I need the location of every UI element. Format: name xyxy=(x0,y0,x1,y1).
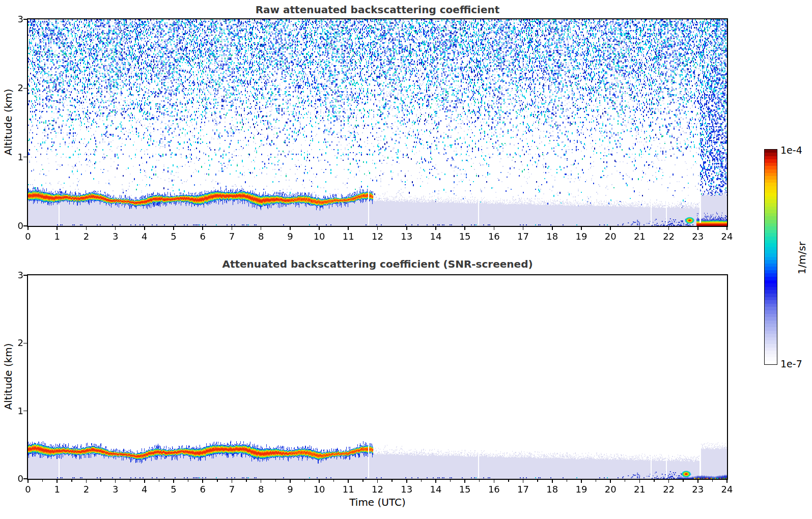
panel1-heatmap-canvas xyxy=(28,19,727,226)
y-tick xyxy=(23,275,27,276)
x-tick xyxy=(319,227,320,230)
panel1-title: Raw attenuated backscattering coefficien… xyxy=(28,4,727,16)
x-tick xyxy=(610,480,611,483)
x-minor-tick xyxy=(567,480,567,482)
x-tick-label: 19 xyxy=(573,231,590,242)
x-minor-tick xyxy=(304,480,305,482)
x-tick xyxy=(639,480,640,483)
y-tick xyxy=(23,411,27,412)
x-tick xyxy=(726,480,727,483)
panel2-y-axis-label: Altitude (km) xyxy=(2,300,14,453)
x-tick-label: 2 xyxy=(78,231,94,242)
x-tick xyxy=(115,480,116,483)
x-tick-label: 1 xyxy=(49,484,65,495)
x-tick-label: 4 xyxy=(136,484,153,495)
x-tick xyxy=(552,227,553,230)
panel2-heatmap-canvas xyxy=(28,275,727,479)
x-tick xyxy=(173,227,174,230)
x-tick-label: 20 xyxy=(602,231,619,242)
x-tick xyxy=(523,480,524,483)
x-minor-tick xyxy=(130,480,130,482)
x-tick xyxy=(639,227,640,230)
x-minor-tick xyxy=(508,480,509,482)
x-tick xyxy=(86,480,87,483)
x-tick xyxy=(144,227,145,230)
x-tick-label: 14 xyxy=(428,231,444,242)
x-tick-label: 12 xyxy=(370,484,386,495)
x-tick xyxy=(173,480,174,483)
x-tick xyxy=(435,227,436,230)
y-tick-label: 3 xyxy=(9,270,23,280)
x-tick-label: 3 xyxy=(107,484,124,495)
x-tick xyxy=(494,227,495,230)
x-tick-label: 11 xyxy=(340,231,356,242)
x-tick-label: 3 xyxy=(107,231,124,242)
panel1-y-axis-label: Altitude (km) xyxy=(2,46,14,198)
panel2-title: Attenuated backscattering coefficient (S… xyxy=(28,258,727,270)
x-tick-label: 13 xyxy=(399,484,415,495)
x-tick xyxy=(377,227,378,230)
x-tick xyxy=(290,480,291,483)
x-minor-tick xyxy=(246,480,246,482)
y-tick-label: 1 xyxy=(9,406,23,416)
x-minor-tick xyxy=(362,480,363,482)
x-tick-label: 6 xyxy=(194,231,211,242)
x-tick xyxy=(406,480,407,483)
x-tick xyxy=(581,227,582,230)
y-tick-label: 0 xyxy=(9,220,23,231)
x-minor-tick xyxy=(654,480,654,482)
y-tick xyxy=(23,225,27,226)
x-minor-tick xyxy=(275,480,276,482)
y-tick xyxy=(23,157,27,158)
x-minor-tick xyxy=(683,480,683,482)
x-tick xyxy=(610,227,611,230)
x-tick-label: 20 xyxy=(602,484,619,495)
colorbar-min-label: 1e-7 xyxy=(780,358,802,369)
x-tick xyxy=(668,480,669,483)
y-tick xyxy=(23,343,27,344)
x-tick-label: 17 xyxy=(515,231,531,242)
x-tick-label: 7 xyxy=(223,484,240,495)
x-tick-label: 24 xyxy=(719,231,735,242)
x-minor-tick xyxy=(450,480,451,482)
x-axis-label: Time (UTC) xyxy=(28,496,727,508)
x-tick xyxy=(494,480,495,483)
x-tick-label: 18 xyxy=(544,231,561,242)
x-tick-label: 5 xyxy=(165,484,182,495)
y-tick-label: 3 xyxy=(9,14,23,24)
x-tick-label: 23 xyxy=(690,484,706,495)
x-tick-label: 17 xyxy=(515,484,531,495)
x-tick xyxy=(406,227,407,230)
x-tick xyxy=(27,480,29,483)
x-tick-label: 1 xyxy=(49,231,65,242)
x-tick xyxy=(202,480,203,483)
y-tick-label: 1 xyxy=(9,152,23,162)
x-tick-label: 18 xyxy=(544,484,561,495)
x-minor-tick xyxy=(479,480,480,482)
x-tick-label: 8 xyxy=(253,231,269,242)
x-minor-tick xyxy=(625,480,625,482)
x-minor-tick xyxy=(421,480,422,482)
x-tick-label: 10 xyxy=(311,231,327,242)
x-tick-label: 15 xyxy=(457,231,473,242)
x-tick-label: 22 xyxy=(661,231,677,242)
x-tick-label: 4 xyxy=(136,231,153,242)
x-tick xyxy=(697,227,698,230)
x-tick-label: 13 xyxy=(399,231,415,242)
x-tick-label: 24 xyxy=(719,484,735,495)
x-minor-tick xyxy=(71,480,72,482)
x-minor-tick xyxy=(596,480,596,482)
x-tick-label: 21 xyxy=(631,484,648,495)
x-tick xyxy=(581,480,582,483)
x-tick-label: 7 xyxy=(223,231,240,242)
x-tick-label: 14 xyxy=(428,484,444,495)
x-tick xyxy=(348,480,349,483)
x-tick xyxy=(319,480,320,483)
x-tick-label: 11 xyxy=(340,484,356,495)
x-tick xyxy=(464,480,465,483)
x-tick-label: 15 xyxy=(457,484,473,495)
x-tick xyxy=(464,227,465,230)
x-tick-label: 2 xyxy=(78,484,94,495)
x-minor-tick xyxy=(159,480,159,482)
colorbar-canvas xyxy=(765,150,777,364)
